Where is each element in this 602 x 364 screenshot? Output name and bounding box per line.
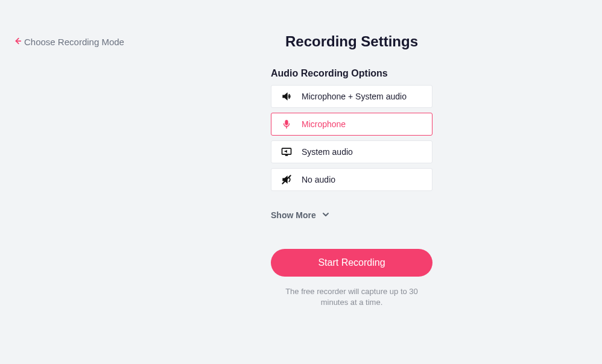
back-link-label: Choose Recording Mode — [24, 37, 124, 47]
monitor-audio-icon — [280, 145, 293, 158]
page-title: Recording Settings — [271, 33, 432, 50]
back-link[interactable]: Choose Recording Mode — [13, 37, 124, 47]
audio-option-label: System audio — [302, 147, 353, 157]
mute-icon — [280, 173, 293, 186]
audio-option-mic-system[interactable]: Microphone + System audio — [271, 85, 432, 108]
audio-option-label: Microphone — [302, 119, 346, 129]
start-recording-button[interactable]: Start Recording — [271, 249, 432, 277]
audio-section-title: Audio Recording Options — [271, 68, 432, 79]
audio-option-label: Microphone + System audio — [302, 92, 407, 101]
audio-option-none[interactable]: No audio — [271, 168, 432, 191]
show-more-toggle[interactable]: Show More — [271, 210, 432, 220]
show-more-label: Show More — [271, 210, 316, 220]
audio-option-system[interactable]: System audio — [271, 140, 432, 163]
chevron-down-icon — [322, 210, 329, 220]
disclaimer-text: The free recorder will capture up to 30 … — [271, 286, 432, 308]
audio-option-mic[interactable]: Microphone — [271, 113, 432, 136]
audio-option-list: Microphone + System audio Microphone — [271, 85, 432, 191]
speaker-icon — [280, 90, 293, 103]
microphone-icon — [280, 118, 293, 131]
svg-rect-0 — [285, 120, 288, 125]
arrow-left-icon — [13, 37, 22, 47]
audio-option-label: No audio — [302, 175, 335, 184]
